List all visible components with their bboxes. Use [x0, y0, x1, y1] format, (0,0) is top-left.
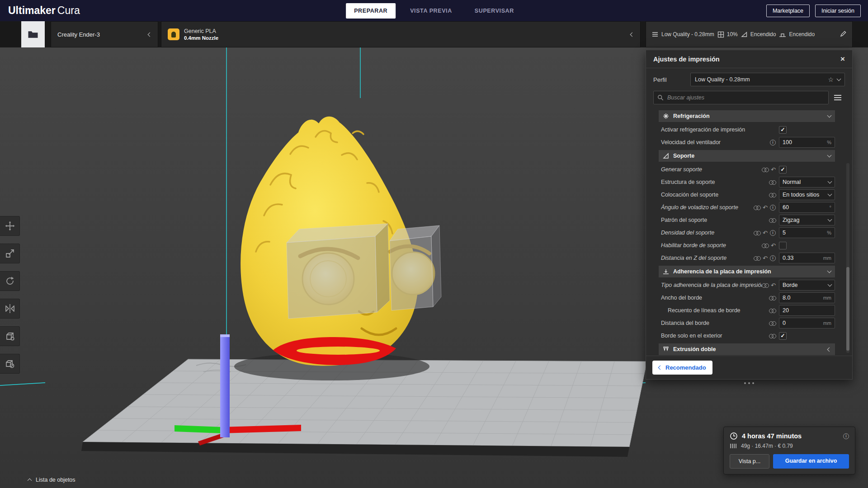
move-tool-button[interactable]: [0, 216, 20, 236]
rotate-icon: [5, 276, 15, 286]
section-cooling[interactable]: Refrigeración: [659, 110, 835, 122]
revert-icon[interactable]: ↶: [763, 255, 768, 261]
support-blocker-button[interactable]: [0, 354, 20, 374]
recommended-mode-button[interactable]: Recomendado: [652, 361, 712, 375]
info-icon: i: [770, 205, 776, 211]
link-icon[interactable]: [769, 218, 776, 222]
profile-value: Low Quality - 0.28mm: [695, 76, 750, 83]
setting-row[interactable]: Densidad del soporte ↶i 5%: [659, 226, 835, 239]
setting-row[interactable]: Tipo adherencia de la placa de impresión…: [659, 279, 835, 291]
setting-row[interactable]: Ángulo de voladizo del soporte ↶i 60°: [659, 201, 835, 214]
search-input[interactable]: [666, 94, 825, 101]
setting-row[interactable]: Generar soporte ↶ ✓: [659, 163, 835, 176]
material-name: Generic PLA: [184, 28, 218, 34]
revert-icon[interactable]: ↶: [763, 230, 768, 236]
value-input[interactable]: 0.33mm: [779, 253, 835, 263]
section-adhesion[interactable]: Adherencia de la placa de impresión: [659, 266, 835, 277]
edit-settings-button[interactable]: [840, 30, 847, 39]
revert-icon[interactable]: ↶: [771, 282, 776, 288]
checkbox[interactable]: ✓: [779, 166, 787, 174]
revert-icon[interactable]: ↶: [763, 205, 768, 211]
checkbox[interactable]: ✓: [779, 126, 787, 134]
link-icon[interactable]: [762, 167, 769, 172]
value-input[interactable]: 100%: [779, 137, 835, 148]
scrollbar-thumb[interactable]: [846, 267, 849, 351]
setting-row[interactable]: Recuento de líneas de borde 20: [659, 304, 835, 317]
setting-row[interactable]: Borde solo en el exterior ✓: [659, 329, 835, 342]
link-icon[interactable]: [769, 296, 776, 300]
chevron-down-icon: [828, 192, 832, 197]
preview-button[interactable]: Vista p...: [730, 454, 769, 469]
tab-preview[interactable]: VISTA PREVIA: [402, 3, 460, 19]
revert-icon[interactable]: ↶: [771, 167, 776, 173]
link-icon[interactable]: [769, 321, 776, 325]
panel-resize-handle[interactable]: [646, 382, 853, 384]
sign-in-button[interactable]: Iniciar sesión: [815, 5, 861, 17]
link-icon[interactable]: [769, 333, 776, 338]
link-icon[interactable]: [762, 243, 769, 248]
marketplace-button[interactable]: Marketplace: [766, 5, 810, 17]
setting-row[interactable]: Ancho del borde 8.0mm: [659, 291, 835, 304]
value-input[interactable]: 60°: [779, 202, 835, 213]
setting-row[interactable]: Habilitar borde de soporte ↶: [659, 239, 835, 252]
link-icon[interactable]: [754, 230, 760, 235]
clock-icon: [730, 432, 738, 440]
tab-prepare[interactable]: PREPARAR: [346, 3, 396, 19]
dropdown[interactable]: Zigzag: [779, 215, 835, 225]
save-to-file-button[interactable]: Guardar en archivo: [773, 454, 849, 469]
setting-row[interactable]: Activar refrigeración de impresión ✓: [659, 123, 835, 136]
link-icon[interactable]: [769, 180, 776, 184]
per-model-settings-button[interactable]: [0, 326, 20, 346]
section-support[interactable]: Soporte: [659, 150, 835, 162]
support-blocker-cube: [390, 225, 441, 310]
scale-tool-button[interactable]: [0, 244, 20, 263]
dropdown[interactable]: Normal: [779, 177, 835, 188]
app-header: UltimakerCura PREPARAR VISTA PREVIA SUPE…: [0, 0, 868, 21]
app-logo: UltimakerCura: [8, 5, 80, 17]
setting-row[interactable]: Estructura de soporte Normal: [659, 176, 835, 188]
summary-profile: Low Quality - 0.28mm: [661, 31, 714, 38]
revert-icon[interactable]: ↶: [771, 243, 776, 249]
object-list-toggle[interactable]: Lista de objetos: [28, 477, 92, 483]
per-model-settings-icon: [5, 331, 15, 341]
mirror-tool-button[interactable]: [0, 299, 20, 319]
profile-label: Perfil: [653, 76, 667, 83]
checkbox[interactable]: [779, 242, 787, 249]
setting-row[interactable]: Distancia en Z del soporte ↶i 0.33mm: [659, 252, 835, 264]
z-axis-handle: [220, 334, 230, 437]
settings-search[interactable]: [653, 91, 829, 104]
setting-row[interactable]: Velocidad del ventilador i 100%: [659, 136, 835, 149]
chevron-down-icon: [827, 153, 832, 158]
chevron-left-icon: [827, 347, 832, 352]
section-dual-extrusion[interactable]: Extrusión doble: [659, 343, 835, 355]
setting-row[interactable]: Patrón del soporte Zigzag: [659, 214, 835, 226]
close-icon[interactable]: ×: [840, 55, 845, 64]
value-input[interactable]: 20: [779, 305, 835, 316]
support-blocker-icon: [5, 359, 15, 369]
print-settings-summary[interactable]: Low Quality - 0.28mm 10% Encendido Encen…: [646, 21, 853, 47]
link-icon[interactable]: [769, 192, 776, 197]
summary-support: Encendido: [750, 31, 776, 38]
settings-menu-icon[interactable]: [834, 95, 841, 100]
link-icon[interactable]: [754, 205, 760, 210]
setting-row[interactable]: Colocación del soporte En todos sitios: [659, 188, 835, 201]
printer-selector[interactable]: Creality Ender-3: [51, 21, 158, 47]
star-icon[interactable]: ☆: [828, 76, 834, 83]
checkbox[interactable]: ✓: [779, 332, 787, 340]
tab-monitor[interactable]: SUPERVISAR: [467, 3, 522, 19]
link-icon[interactable]: [754, 256, 760, 260]
open-file-button[interactable]: [21, 21, 45, 47]
dropdown[interactable]: Borde: [779, 280, 835, 291]
dropdown[interactable]: En todos sitios: [779, 189, 835, 200]
mirror-icon: [5, 304, 15, 314]
profile-dropdown[interactable]: Low Quality - 0.28mm ☆: [690, 73, 845, 86]
material-selector[interactable]: Generic PLA 0.4mm Nozzle: [161, 21, 641, 47]
setting-row[interactable]: Distancia del borde 0mm: [659, 317, 835, 329]
link-icon[interactable]: [769, 308, 776, 313]
value-input[interactable]: 5%: [779, 227, 835, 238]
support-icon: [663, 153, 669, 159]
link-icon[interactable]: [762, 283, 769, 287]
value-input[interactable]: 8.0mm: [779, 292, 835, 303]
rotate-tool-button[interactable]: [0, 271, 20, 291]
value-input[interactable]: 0mm: [779, 318, 835, 328]
